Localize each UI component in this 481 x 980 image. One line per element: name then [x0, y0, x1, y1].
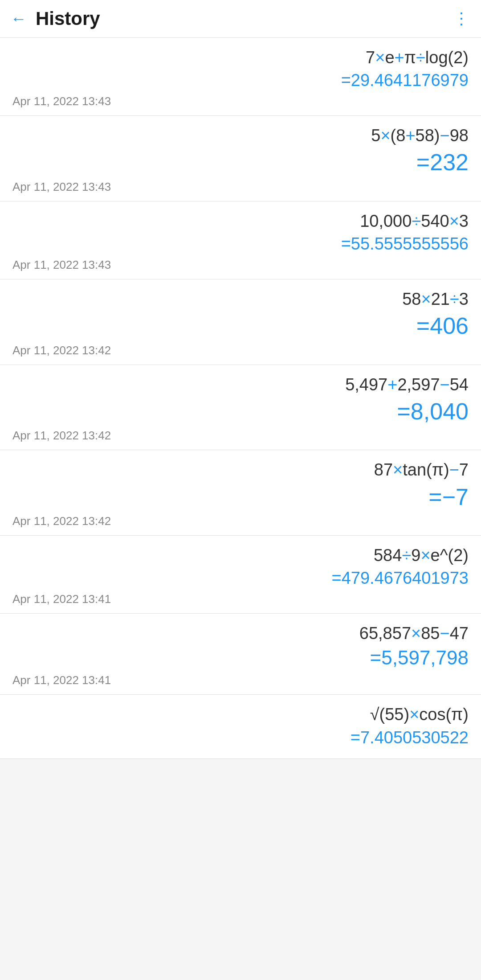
expression: 7×e+π÷log(2) — [12, 47, 469, 69]
result: =479.4676401973 — [12, 568, 469, 589]
timestamp: Apr 11, 2022 13:42 — [12, 514, 469, 528]
expression: 5×(8+58)−98 — [12, 125, 469, 147]
result: =55.5555555556 — [12, 234, 469, 254]
timestamp: Apr 11, 2022 13:43 — [12, 258, 469, 272]
result: =29.4641176979 — [12, 70, 469, 91]
page-title: History — [36, 8, 100, 29]
result: =7.4050530522 — [12, 728, 469, 748]
history-list: 7×e+π÷log(2)=29.4641176979Apr 11, 2022 1… — [0, 38, 481, 759]
expression: 10,000÷540×3 — [12, 210, 469, 232]
result: =−7 — [12, 483, 469, 511]
timestamp: Apr 11, 2022 13:41 — [12, 592, 469, 606]
expression: 87×tan(π)−7 — [12, 459, 469, 481]
expression: √(55)×cos(π) — [12, 704, 469, 726]
timestamp: Apr 11, 2022 13:43 — [12, 94, 469, 108]
expression: 5,497+2,597−54 — [12, 374, 469, 396]
history-item[interactable]: 7×e+π÷log(2)=29.4641176979Apr 11, 2022 1… — [0, 38, 481, 116]
header-left: ← History — [11, 8, 100, 29]
history-item[interactable]: 58×21÷3=406Apr 11, 2022 13:42 — [0, 279, 481, 365]
result: =232 — [12, 148, 469, 176]
expression: 65,857×85−47 — [12, 623, 469, 644]
result: =5,597,798 — [12, 646, 469, 670]
history-item[interactable]: 5×(8+58)−98=232Apr 11, 2022 13:43 — [0, 116, 481, 201]
more-options-button[interactable]: ⋮ — [453, 9, 470, 28]
expression: 58×21÷3 — [12, 288, 469, 310]
app-header: ← History ⋮ — [0, 0, 481, 38]
history-item[interactable]: 5,497+2,597−54=8,040Apr 11, 2022 13:42 — [0, 365, 481, 451]
history-item[interactable]: 584÷9×e^(2)=479.4676401973Apr 11, 2022 1… — [0, 536, 481, 614]
history-item[interactable]: 10,000÷540×3=55.5555555556Apr 11, 2022 1… — [0, 201, 481, 279]
expression: 584÷9×e^(2) — [12, 545, 469, 566]
history-item[interactable]: 87×tan(π)−7=−7Apr 11, 2022 13:42 — [0, 450, 481, 536]
history-item[interactable]: 65,857×85−47=5,597,798Apr 11, 2022 13:41 — [0, 614, 481, 695]
result: =406 — [12, 312, 469, 340]
back-button[interactable]: ← — [11, 11, 27, 27]
timestamp: Apr 11, 2022 13:41 — [12, 673, 469, 687]
result: =8,040 — [12, 398, 469, 425]
timestamp: Apr 11, 2022 13:42 — [12, 344, 469, 357]
timestamp: Apr 11, 2022 13:42 — [12, 429, 469, 443]
timestamp: Apr 11, 2022 13:43 — [12, 180, 469, 194]
history-item[interactable]: √(55)×cos(π)=7.4050530522 — [0, 695, 481, 759]
